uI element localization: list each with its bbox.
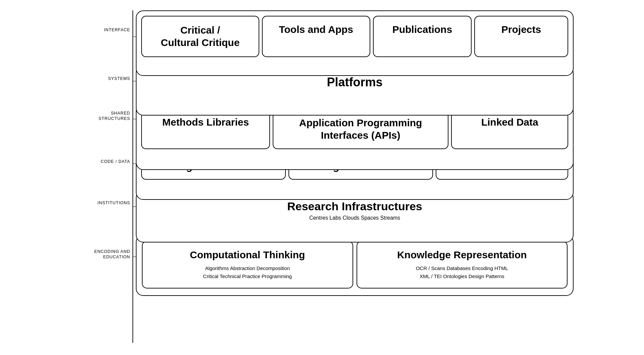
label-institutions: INSTITUTIONS: [70, 199, 130, 206]
cell-critical-title: Critical / Cultural Critique: [147, 24, 253, 49]
cell-knowledge-representation: Knowledge Representation OCR / Scans Dat…: [357, 241, 568, 289]
cell-proj-title: Projects: [480, 24, 562, 35]
tier-encoding-inner: Computational Thinking Algorithms Abstra…: [142, 241, 568, 289]
cell-pub-title: Publications: [379, 24, 466, 35]
cell-comp-title: Computational Thinking: [149, 249, 346, 261]
label-systems: SYSTEMS: [70, 75, 130, 81]
full-layout: INTERFACE SYSTEMS SHARED STRUCTURES CODE…: [70, 6, 574, 349]
cell-know-lines: OCR / Scans Databases Encoding HTML XML …: [363, 264, 561, 280]
vertical-divider: [132, 10, 133, 343]
cell-critical-critique: Critical / Cultural Critique: [141, 16, 259, 57]
label-encoding: ENCODING and EDUCATION: [70, 249, 130, 260]
label-code-data: CODE / DATA: [70, 158, 130, 164]
diagram-wrapper: INTERFACE SYSTEMS SHARED STRUCTURES CODE…: [0, 0, 644, 355]
cell-computational-thinking: Computational Thinking Algorithms Abstra…: [142, 241, 353, 289]
institutions-subtitle: Centres Labs Clouds Spaces Streams: [142, 215, 568, 221]
cell-tools-apps: Tools and Apps: [262, 16, 370, 57]
label-interface: INTERFACE: [70, 27, 130, 33]
institutions-title: Research Infrastructures: [142, 200, 568, 213]
cell-publications: Publications: [373, 16, 472, 57]
label-shared: SHARED STRUCTURES: [70, 110, 130, 122]
tier-encoding: Computational Thinking Algorithms Abstra…: [136, 235, 574, 296]
cell-comp-lines: Algorithms Abstraction Decomposition Cri…: [149, 264, 346, 280]
cell-projects: Projects: [474, 16, 568, 57]
cell-know-title: Knowledge Representation: [363, 249, 561, 261]
cell-tools-title: Tools and Apps: [268, 24, 364, 35]
platforms-title: Platforms: [141, 75, 568, 89]
tier-interface: Critical / Cultural Critique Tools and A…: [136, 10, 574, 76]
